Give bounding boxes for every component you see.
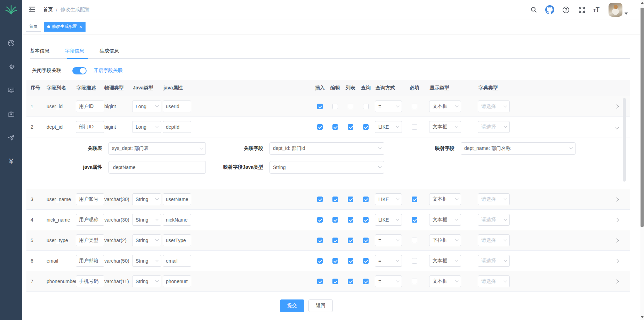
list-checkbox[interactable] bbox=[348, 217, 353, 223]
edit-checkbox[interactable] bbox=[332, 124, 338, 130]
help-icon[interactable] bbox=[561, 5, 570, 14]
insert-checkbox[interactable] bbox=[317, 124, 323, 130]
query-type-select[interactable]: LIKE bbox=[375, 214, 402, 226]
scroll-down-icon[interactable] bbox=[641, 316, 644, 318]
tab-field-info[interactable]: 字段信息 bbox=[57, 43, 92, 58]
submit-button[interactable]: 提交 bbox=[280, 299, 304, 312]
tag-current[interactable]: 修改生成配置 × bbox=[44, 22, 86, 32]
insert-checkbox[interactable] bbox=[317, 104, 323, 109]
java-type-select[interactable]: String bbox=[132, 234, 161, 246]
column-desc-input[interactable] bbox=[76, 275, 104, 287]
query-checkbox[interactable] bbox=[363, 217, 369, 223]
java-attr-input[interactable] bbox=[108, 161, 206, 174]
java-field-input[interactable] bbox=[163, 121, 191, 133]
insert-checkbox[interactable] bbox=[317, 238, 323, 243]
java-type-select[interactable]: String bbox=[132, 193, 161, 205]
sidebar-item-monitor[interactable] bbox=[0, 79, 22, 102]
toggle-on-label[interactable]: 开启字段关联 bbox=[94, 67, 123, 74]
dict-type-select[interactable]: 请选择 bbox=[478, 275, 510, 287]
java-type-select[interactable]: String bbox=[132, 275, 161, 287]
html-type-select[interactable]: 文本框 bbox=[429, 214, 461, 226]
html-type-select[interactable]: 下拉框 bbox=[429, 234, 461, 246]
required-checkbox[interactable] bbox=[412, 124, 417, 130]
html-type-select[interactable]: 文本框 bbox=[429, 121, 461, 133]
query-type-select[interactable]: LIKE bbox=[375, 121, 402, 133]
map-field-select[interactable]: dept_name: 部门名称 bbox=[461, 142, 575, 155]
query-type-select[interactable]: = bbox=[375, 275, 402, 287]
tab-basic-info[interactable]: 基本信息 bbox=[30, 43, 57, 58]
dict-type-select[interactable]: 请选择 bbox=[478, 193, 510, 205]
edit-checkbox[interactable] bbox=[332, 238, 338, 243]
rel-field-select[interactable]: dept_id: 部门id bbox=[269, 142, 384, 155]
edit-checkbox[interactable] bbox=[332, 279, 338, 284]
query-checkbox[interactable] bbox=[363, 197, 369, 202]
edit-checkbox[interactable] bbox=[332, 258, 338, 264]
column-desc-input[interactable] bbox=[76, 193, 104, 205]
rel-table-select[interactable]: sys_dept: 部门表 bbox=[108, 142, 206, 155]
tag-home[interactable]: 首页 bbox=[26, 22, 41, 32]
row-expand-toggle[interactable] bbox=[615, 238, 630, 243]
dict-type-select[interactable]: 请选择 bbox=[478, 214, 510, 226]
java-type-select[interactable]: String bbox=[132, 214, 161, 226]
fullscreen-icon[interactable] bbox=[577, 5, 586, 14]
html-type-select[interactable]: 文本框 bbox=[429, 193, 461, 205]
query-type-select[interactable]: = bbox=[375, 101, 402, 112]
row-expand-toggle[interactable] bbox=[615, 197, 630, 202]
tab-gen-info[interactable]: 生成信息 bbox=[92, 43, 127, 58]
dict-type-select[interactable]: 请选择 bbox=[478, 101, 510, 112]
edit-checkbox[interactable] bbox=[332, 104, 338, 109]
query-checkbox[interactable] bbox=[363, 124, 369, 130]
breadcrumb-home[interactable]: 首页 bbox=[43, 7, 53, 13]
scroll-up-icon[interactable] bbox=[641, 2, 644, 4]
row-expand-toggle[interactable] bbox=[615, 217, 630, 223]
required-checkbox[interactable] bbox=[412, 279, 417, 284]
column-desc-input[interactable] bbox=[76, 255, 104, 267]
row-expand-toggle[interactable] bbox=[615, 279, 630, 284]
dict-type-select[interactable]: 请选择 bbox=[478, 121, 510, 133]
insert-checkbox[interactable] bbox=[317, 217, 323, 223]
java-field-input[interactable] bbox=[163, 214, 191, 226]
page-scrollbar-thumb[interactable] bbox=[641, 8, 644, 227]
edit-checkbox[interactable] bbox=[332, 217, 338, 223]
font-size-icon[interactable]: TT bbox=[593, 6, 599, 14]
query-type-select[interactable]: = bbox=[375, 255, 402, 267]
dict-type-select[interactable]: 请选择 bbox=[478, 234, 510, 246]
java-type-select[interactable]: String bbox=[132, 255, 161, 267]
insert-checkbox[interactable] bbox=[317, 279, 323, 284]
table-scrollbar-thumb[interactable] bbox=[623, 98, 626, 182]
sidebar-fold-icon[interactable] bbox=[26, 3, 38, 16]
list-checkbox[interactable] bbox=[348, 238, 353, 243]
list-checkbox[interactable] bbox=[348, 124, 353, 130]
required-checkbox[interactable] bbox=[412, 104, 417, 109]
user-menu[interactable] bbox=[609, 3, 628, 17]
java-field-input[interactable] bbox=[163, 101, 191, 112]
avatar[interactable] bbox=[609, 3, 622, 17]
query-checkbox[interactable] bbox=[363, 104, 369, 109]
query-checkbox[interactable] bbox=[363, 279, 369, 284]
sidebar-item-send[interactable] bbox=[0, 126, 22, 150]
sidebar-item-dashboard[interactable] bbox=[0, 31, 22, 55]
java-type-select[interactable]: Long bbox=[132, 101, 161, 112]
html-type-select[interactable]: 文本框 bbox=[429, 275, 461, 287]
page-scrollbar[interactable] bbox=[640, 0, 644, 320]
required-checkbox[interactable] bbox=[412, 197, 417, 202]
query-type-select[interactable]: LIKE bbox=[375, 193, 402, 205]
java-field-input[interactable] bbox=[163, 234, 191, 246]
map-java-type-select[interactable]: String bbox=[269, 161, 384, 174]
row-expand-toggle[interactable] bbox=[615, 258, 630, 264]
column-desc-input[interactable] bbox=[76, 234, 104, 246]
back-button[interactable]: 返回 bbox=[308, 299, 333, 312]
insert-checkbox[interactable] bbox=[317, 197, 323, 202]
column-desc-input[interactable] bbox=[76, 214, 104, 226]
app-logo[interactable] bbox=[0, 0, 22, 19]
java-field-input[interactable] bbox=[163, 255, 191, 267]
html-type-select[interactable]: 文本框 bbox=[429, 255, 461, 267]
insert-checkbox[interactable] bbox=[317, 258, 323, 264]
column-desc-input[interactable] bbox=[76, 121, 104, 133]
query-checkbox[interactable] bbox=[363, 238, 369, 243]
java-type-select[interactable]: Long bbox=[132, 121, 161, 133]
relation-switch[interactable] bbox=[72, 67, 87, 74]
column-desc-input[interactable] bbox=[76, 101, 104, 112]
sidebar-item-system[interactable] bbox=[0, 55, 22, 79]
required-checkbox[interactable] bbox=[412, 258, 417, 264]
